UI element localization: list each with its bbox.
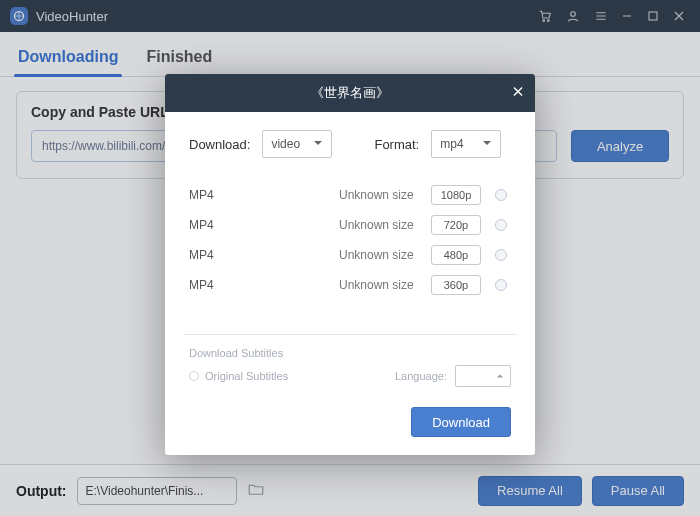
- item-radio[interactable]: [495, 219, 507, 231]
- language-label: Language:: [395, 370, 447, 382]
- item-resolution: 720p: [431, 215, 481, 235]
- modal-header: 《世界名画》: [165, 74, 535, 112]
- item-size: Unknown size: [339, 278, 431, 292]
- list-item: MP4 Unknown size 720p: [189, 210, 511, 240]
- chevron-up-icon: [496, 372, 504, 380]
- resolution-list: MP4 Unknown size 1080p MP4 Unknown size …: [189, 180, 511, 300]
- close-icon[interactable]: [511, 85, 525, 102]
- format-label: Format:: [374, 137, 419, 152]
- item-size: Unknown size: [339, 218, 431, 232]
- format-value: mp4: [440, 137, 463, 151]
- language-select[interactable]: [455, 365, 511, 387]
- item-format: MP4: [189, 188, 339, 202]
- subtitles-section: Download Subtitles Original Subtitles La…: [189, 347, 511, 387]
- item-radio[interactable]: [495, 189, 507, 201]
- original-subtitles-radio[interactable]: [189, 371, 199, 381]
- download-options-modal: 《世界名画》 Download: video Format: mp4 MP4: [165, 74, 535, 455]
- subtitles-title: Download Subtitles: [189, 347, 511, 359]
- item-resolution: 480p: [431, 245, 481, 265]
- modal-title: 《世界名画》: [311, 84, 389, 102]
- item-resolution: 1080p: [431, 185, 481, 205]
- format-select[interactable]: mp4: [431, 130, 501, 158]
- chevron-down-icon: [482, 137, 492, 151]
- item-size: Unknown size: [339, 248, 431, 262]
- item-format: MP4: [189, 278, 339, 292]
- download-type-value: video: [271, 137, 300, 151]
- item-radio[interactable]: [495, 249, 507, 261]
- item-size: Unknown size: [339, 188, 431, 202]
- item-radio[interactable]: [495, 279, 507, 291]
- download-type-select[interactable]: video: [262, 130, 332, 158]
- download-button[interactable]: Download: [411, 407, 511, 437]
- chevron-down-icon: [313, 137, 323, 151]
- list-item: MP4 Unknown size 480p: [189, 240, 511, 270]
- item-format: MP4: [189, 218, 339, 232]
- modal-overlay: 《世界名画》 Download: video Format: mp4 MP4: [0, 0, 700, 516]
- list-item: MP4 Unknown size 360p: [189, 270, 511, 300]
- download-type-label: Download:: [189, 137, 250, 152]
- original-subtitles-label: Original Subtitles: [205, 370, 288, 382]
- divider: [183, 334, 517, 335]
- list-item: MP4 Unknown size 1080p: [189, 180, 511, 210]
- item-resolution: 360p: [431, 275, 481, 295]
- item-format: MP4: [189, 248, 339, 262]
- type-format-row: Download: video Format: mp4: [189, 130, 511, 158]
